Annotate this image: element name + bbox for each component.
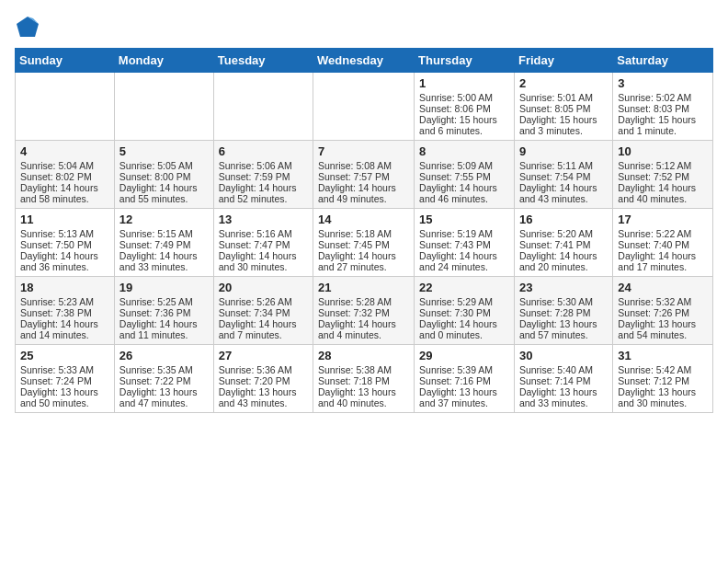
day-info-line: Sunset: 7:47 PM	[219, 239, 308, 250]
day-number: 7	[318, 144, 409, 158]
day-info-line: Sunset: 7:14 PM	[519, 375, 608, 386]
day-number: 21	[318, 281, 409, 294]
weekday-header-wednesday: Wednesday	[313, 49, 415, 73]
day-info-line: and 30 minutes.	[219, 261, 308, 272]
calendar-cell: 26Sunrise: 5:35 AMSunset: 7:22 PMDayligh…	[114, 345, 213, 413]
day-info-line: and 33 minutes.	[519, 397, 608, 408]
calendar-cell: 9Sunrise: 5:11 AMSunset: 7:54 PMDaylight…	[514, 141, 612, 209]
logo	[15, 15, 44, 40]
day-info-line: Sunset: 7:18 PM	[318, 375, 409, 386]
calendar-cell: 4Sunrise: 5:04 AMSunset: 8:02 PMDaylight…	[16, 141, 115, 209]
day-info-line: Sunrise: 5:23 AM	[20, 296, 109, 307]
calendar-cell: 24Sunrise: 5:32 AMSunset: 7:26 PMDayligh…	[613, 277, 713, 345]
day-info-line: and 36 minutes.	[20, 261, 109, 272]
day-info-line: Daylight: 14 hours	[419, 250, 509, 261]
day-info-line: Sunrise: 5:42 AM	[618, 364, 708, 375]
day-number: 12	[119, 213, 209, 226]
day-info-line: and 40 minutes.	[618, 193, 708, 204]
day-info-line: Sunrise: 5:36 AM	[219, 364, 308, 375]
day-info-line: Sunrise: 5:01 AM	[519, 92, 608, 103]
svg-marker-0	[17, 17, 39, 37]
day-info-line: and 7 minutes.	[219, 329, 308, 340]
day-info-line: Daylight: 14 hours	[219, 182, 308, 193]
day-info-line: and 24 minutes.	[419, 261, 509, 272]
day-number: 1	[419, 76, 509, 90]
day-info-line: Daylight: 14 hours	[519, 182, 608, 193]
day-number: 10	[618, 144, 708, 158]
calendar-cell: 11Sunrise: 5:13 AMSunset: 7:50 PMDayligh…	[16, 209, 115, 277]
day-info-line: Daylight: 13 hours	[519, 318, 608, 329]
calendar-cell: 12Sunrise: 5:15 AMSunset: 7:49 PMDayligh…	[114, 209, 213, 277]
day-info-line: Sunset: 7:50 PM	[20, 239, 109, 250]
day-info-line: and 58 minutes.	[20, 193, 109, 204]
day-info-line: Sunset: 8:00 PM	[119, 171, 209, 182]
day-info-line: and 27 minutes.	[318, 261, 409, 272]
day-number: 13	[219, 213, 308, 226]
day-info-line: and 57 minutes.	[519, 329, 608, 340]
calendar-cell	[313, 73, 415, 141]
day-info-line: Daylight: 14 hours	[419, 182, 509, 193]
day-info-line: Daylight: 13 hours	[119, 386, 209, 397]
day-info-line: Sunset: 7:40 PM	[618, 239, 708, 250]
day-number: 26	[119, 349, 209, 362]
calendar-cell: 28Sunrise: 5:38 AMSunset: 7:18 PMDayligh…	[313, 345, 415, 413]
day-info-line: Daylight: 14 hours	[20, 250, 109, 261]
day-info-line: Sunrise: 5:35 AM	[119, 364, 209, 375]
day-number: 5	[119, 144, 209, 158]
day-info-line: Sunset: 7:36 PM	[119, 307, 209, 318]
day-info-line: Sunrise: 5:16 AM	[219, 228, 308, 239]
day-info-line: Daylight: 13 hours	[20, 386, 109, 397]
day-number: 15	[419, 213, 509, 226]
day-info-line: Sunrise: 5:40 AM	[519, 364, 608, 375]
day-info-line: Sunrise: 5:00 AM	[419, 92, 509, 103]
day-info-line: Sunset: 7:45 PM	[318, 239, 409, 250]
day-info-line: and 3 minutes.	[519, 125, 608, 136]
day-info-line: Daylight: 14 hours	[119, 318, 209, 329]
day-info-line: Daylight: 14 hours	[20, 318, 109, 329]
day-number: 27	[219, 349, 308, 362]
calendar-week-1: 1Sunrise: 5:00 AMSunset: 8:06 PMDaylight…	[16, 73, 713, 141]
day-info-line: Sunrise: 5:30 AM	[519, 296, 608, 307]
calendar-cell: 5Sunrise: 5:05 AMSunset: 8:00 PMDaylight…	[114, 141, 213, 209]
day-info-line: Sunrise: 5:05 AM	[119, 160, 209, 171]
day-info-line: Daylight: 15 hours	[419, 114, 509, 125]
day-info-line: Sunset: 7:49 PM	[119, 239, 209, 250]
day-info-line: and 50 minutes.	[20, 397, 109, 408]
day-info-line: Daylight: 14 hours	[318, 182, 409, 193]
calendar-cell: 29Sunrise: 5:39 AMSunset: 7:16 PMDayligh…	[415, 345, 515, 413]
day-number: 11	[20, 213, 109, 226]
day-info-line: and 54 minutes.	[618, 329, 708, 340]
calendar-cell: 27Sunrise: 5:36 AMSunset: 7:20 PMDayligh…	[213, 345, 313, 413]
day-info-line: Sunrise: 5:02 AM	[618, 92, 708, 103]
day-number: 19	[119, 281, 209, 294]
calendar-cell: 18Sunrise: 5:23 AMSunset: 7:38 PMDayligh…	[16, 277, 115, 345]
weekday-header-row: SundayMondayTuesdayWednesdayThursdayFrid…	[16, 49, 713, 73]
day-info-line: Sunset: 8:06 PM	[419, 103, 509, 114]
day-info-line: and 55 minutes.	[119, 193, 209, 204]
day-info-line: and 4 minutes.	[318, 329, 409, 340]
day-number: 28	[318, 349, 409, 362]
day-info-line: Sunset: 7:26 PM	[618, 307, 708, 318]
day-info-line: and 52 minutes.	[219, 193, 308, 204]
calendar-cell: 23Sunrise: 5:30 AMSunset: 7:28 PMDayligh…	[514, 277, 612, 345]
day-info-line: Daylight: 14 hours	[318, 318, 409, 329]
day-info-line: Sunrise: 5:29 AM	[419, 296, 509, 307]
calendar-cell: 25Sunrise: 5:33 AMSunset: 7:24 PMDayligh…	[16, 345, 115, 413]
logo-icon	[15, 15, 40, 40]
day-info-line: Sunset: 7:34 PM	[219, 307, 308, 318]
day-info-line: Daylight: 14 hours	[20, 182, 109, 193]
day-info-line: and 20 minutes.	[519, 261, 608, 272]
day-info-line: Sunset: 7:30 PM	[419, 307, 509, 318]
day-info-line: Sunset: 7:55 PM	[419, 171, 509, 182]
day-info-line: and 46 minutes.	[419, 193, 509, 204]
day-info-line: Daylight: 13 hours	[519, 386, 608, 397]
day-info-line: Sunset: 7:41 PM	[519, 239, 608, 250]
day-info-line: Sunset: 7:28 PM	[519, 307, 608, 318]
day-info-line: and 47 minutes.	[119, 397, 209, 408]
day-info-line: Sunset: 7:38 PM	[20, 307, 109, 318]
day-info-line: Sunset: 8:02 PM	[20, 171, 109, 182]
day-info-line: Sunrise: 5:13 AM	[20, 228, 109, 239]
calendar-cell: 19Sunrise: 5:25 AMSunset: 7:36 PMDayligh…	[114, 277, 213, 345]
calendar-cell: 2Sunrise: 5:01 AMSunset: 8:05 PMDaylight…	[514, 73, 612, 141]
calendar-week-2: 4Sunrise: 5:04 AMSunset: 8:02 PMDaylight…	[16, 141, 713, 209]
